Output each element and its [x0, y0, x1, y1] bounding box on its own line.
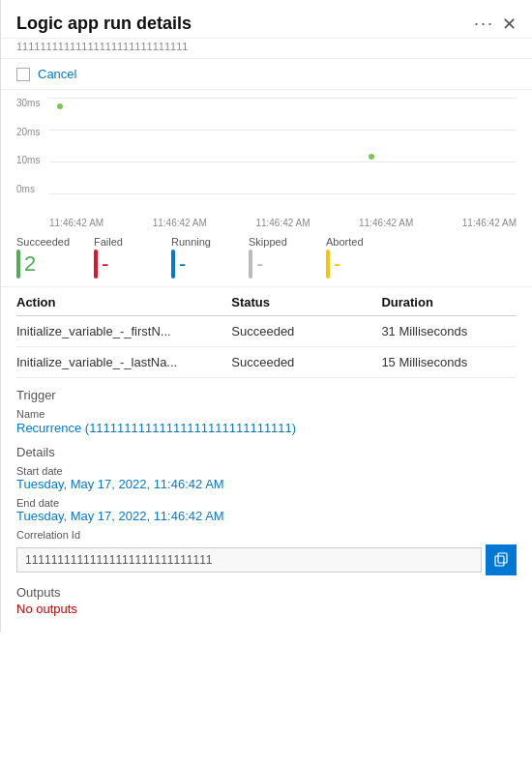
close-button[interactable]: ✕	[502, 15, 517, 33]
x-label-4: 11:46:42 AM	[359, 218, 413, 228]
x-label-5: 11:46:42 AM	[462, 218, 517, 228]
aborted-label: Aborted	[326, 236, 384, 248]
chart-dot-1	[57, 103, 63, 109]
row1-action: Initialize_variable_-_firstN...	[16, 316, 231, 347]
status-summary: Succeeded 2 Failed - Running - Skipped	[1, 228, 532, 287]
table-wrapper: Action Status Duration Initialize_variab…	[1, 287, 532, 378]
chart-dot-2	[369, 154, 374, 160]
cancel-bar: Cancel	[1, 59, 532, 90]
status-skipped: Skipped -	[249, 236, 307, 279]
panel: Logic app run details ··· ✕ 111111111111…	[0, 0, 532, 632]
x-axis-labels: 11:46:42 AM 11:46:42 AM 11:46:42 AM 11:4…	[1, 216, 532, 228]
chart-grid	[49, 98, 517, 194]
y-label-10ms: 10ms	[16, 155, 40, 165]
status-aborted: Aborted -	[326, 236, 384, 279]
no-outputs-label: No outputs	[16, 602, 517, 616]
succeeded-bar	[16, 250, 20, 279]
table-row[interactable]: Initialize_variable_-_lastNa... Succeede…	[16, 347, 517, 378]
x-label-2: 11:46:42 AM	[153, 218, 207, 228]
trigger-heading: Trigger	[16, 388, 517, 402]
end-date-value: Tuesday, May 17, 2022, 11:46:42 AM	[16, 509, 517, 523]
skipped-value: -	[249, 250, 307, 279]
correlation-label: Correlation Id	[16, 529, 517, 541]
x-label-1: 11:46:42 AM	[49, 218, 103, 228]
correlation-input[interactable]	[16, 547, 482, 573]
correlation-box	[16, 544, 517, 575]
running-bar	[171, 250, 175, 279]
y-label-20ms: 20ms	[16, 127, 40, 137]
aborted-bar	[326, 250, 330, 279]
y-label-30ms: 30ms	[16, 98, 40, 108]
x-label-3: 11:46:42 AM	[255, 218, 310, 228]
cancel-checkbox[interactable]	[16, 68, 30, 81]
row2-action: Initialize_variable_-_lastNa...	[16, 347, 231, 378]
skipped-label: Skipped	[249, 236, 307, 248]
status-running: Running -	[171, 236, 229, 279]
copy-icon	[493, 552, 509, 568]
y-label-0ms: 0ms	[16, 184, 40, 194]
col-header-action: Action	[16, 287, 231, 316]
panel-title: Logic app run details	[16, 14, 192, 34]
row1-status: Succeeded	[231, 316, 381, 347]
start-date-label: Start date	[16, 465, 517, 477]
col-header-duration: Duration	[381, 287, 517, 316]
ellipsis-icon[interactable]: ···	[474, 14, 494, 34]
trigger-name-value[interactable]: Recurrence (1111111111111111111111111111…	[16, 421, 517, 435]
copy-button[interactable]	[486, 544, 517, 575]
name-label: Name	[16, 408, 517, 420]
chart-y-labels: 30ms 20ms 10ms 0ms	[16, 98, 40, 194]
failed-value: -	[94, 250, 152, 279]
svg-rect-0	[495, 556, 504, 566]
outputs-section: Outputs No outputs	[1, 575, 532, 632]
start-date-value: Tuesday, May 17, 2022, 11:46:42 AM	[16, 477, 517, 491]
cancel-label[interactable]: Cancel	[38, 67, 76, 81]
end-date-label: End date	[16, 497, 517, 509]
actions-table: Action Status Duration Initialize_variab…	[16, 287, 517, 378]
status-failed: Failed -	[94, 236, 152, 279]
chart-area: 30ms 20ms 10ms 0ms	[1, 90, 532, 216]
row1-duration: 31 Milliseconds	[381, 316, 517, 347]
trigger-section: Trigger Name Recurrence (111111111111111…	[1, 378, 532, 575]
failed-label: Failed	[94, 236, 152, 248]
header-actions: ··· ✕	[474, 14, 517, 34]
row2-duration: 15 Milliseconds	[381, 347, 517, 378]
succeeded-label: Succeeded	[16, 236, 74, 248]
outputs-label: Outputs	[16, 585, 517, 600]
row2-status: Succeeded	[231, 347, 381, 378]
table-row[interactable]: Initialize_variable_-_firstN... Succeede…	[16, 316, 517, 347]
subtitle: 11111111111111111111111111111	[1, 39, 532, 59]
failed-bar	[94, 250, 98, 279]
succeeded-value: 2	[16, 250, 74, 279]
running-value: -	[171, 250, 229, 279]
status-succeeded: Succeeded 2	[16, 236, 74, 279]
skipped-bar	[249, 250, 252, 279]
svg-rect-1	[498, 553, 507, 563]
running-label: Running	[171, 236, 229, 248]
col-header-status: Status	[231, 287, 381, 316]
details-label: Details	[16, 445, 517, 459]
aborted-value: -	[326, 250, 384, 279]
panel-header: Logic app run details ··· ✕	[1, 0, 532, 39]
